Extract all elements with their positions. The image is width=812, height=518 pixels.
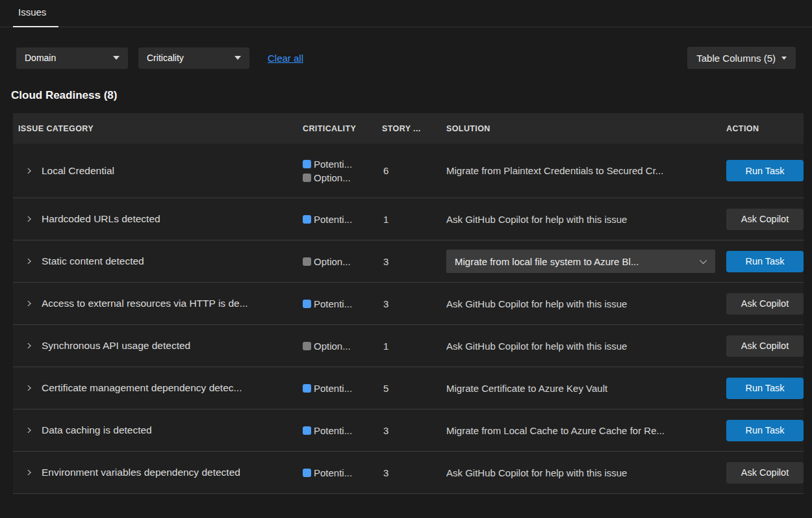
criticality-square-icon: [303, 257, 311, 266]
ask-copilot-button[interactable]: Ask Copilot: [726, 209, 804, 230]
table-columns-dropdown[interactable]: Table Columns (5): [687, 47, 796, 69]
criticality-label: Option...: [314, 341, 351, 352]
criticality-badge: Potenti...: [303, 298, 382, 309]
table-row: Data caching is detectedPotenti...3Migra…: [13, 409, 804, 452]
tab-issues[interactable]: Issues: [18, 6, 46, 18]
criticality-badge: Potenti...: [303, 425, 382, 436]
expand-chevron-icon[interactable]: [23, 385, 31, 391]
story-points-cell: 1: [382, 214, 446, 225]
expand-cell: [13, 428, 42, 433]
expand-chevron-icon[interactable]: [23, 470, 31, 475]
solution-text: Ask GitHub Copilot for help with this is…: [446, 341, 627, 352]
criticality-square-icon: [303, 174, 311, 182]
solution-select-value: Migrate from local file system to Azure …: [455, 256, 639, 267]
criticality-label: Potenti...: [314, 383, 352, 394]
run-task-button[interactable]: Run Task: [726, 160, 804, 181]
criticality-label: Option...: [314, 256, 351, 267]
solution-cell: Ask GitHub Copilot for help with this is…: [446, 341, 726, 352]
solution-text: Ask GitHub Copilot for help with this is…: [446, 467, 627, 478]
issues-table: ISSUE CATEGORY CRITICALITY STORY ... SOL…: [13, 113, 804, 494]
criticality-square-icon: [303, 215, 311, 224]
issue-category-cell: Environment variables dependency detecte…: [42, 467, 303, 478]
table-row: Access to external resources via HTTP is…: [13, 283, 804, 325]
run-task-button[interactable]: Run Task: [726, 251, 804, 272]
domain-filter-dropdown[interactable]: Domain: [16, 47, 128, 69]
expand-chevron-icon[interactable]: [23, 259, 31, 264]
ask-copilot-button[interactable]: Ask Copilot: [726, 335, 804, 357]
solution-text: Migrate from Local Cache to Azure Cache …: [446, 425, 665, 436]
action-cell: Ask Copilot: [726, 209, 804, 230]
issue-category-cell: Local Credential: [42, 165, 303, 177]
criticality-filter-dropdown[interactable]: Criticality: [138, 47, 249, 69]
criticality-cell: Potenti...: [303, 425, 382, 436]
criticality-square-icon: [303, 384, 311, 393]
action-cell: Run Task: [726, 420, 804, 441]
expand-chevron-icon[interactable]: [23, 216, 31, 222]
criticality-square-icon: [303, 469, 311, 477]
solution-text: Ask GitHub Copilot for help with this is…: [446, 214, 627, 225]
expand-chevron-icon[interactable]: [23, 428, 31, 433]
criticality-cell: Potenti...: [303, 214, 382, 225]
run-task-button[interactable]: Run Task: [726, 420, 804, 441]
action-cell: Ask Copilot: [726, 335, 804, 357]
criticality-cell: Potenti...: [303, 298, 382, 309]
criticality-badge: Option...: [303, 172, 382, 183]
section-title: Cloud Readiness (8): [11, 89, 812, 102]
story-points-cell: 3: [382, 298, 446, 309]
expand-cell: [13, 470, 42, 475]
solution-cell: Ask GitHub Copilot for help with this is…: [446, 467, 726, 478]
run-task-button[interactable]: Run Task: [726, 378, 804, 399]
criticality-badge: Option...: [303, 341, 382, 352]
ask-copilot-button[interactable]: Ask Copilot: [726, 462, 804, 484]
expand-chevron-icon[interactable]: [23, 168, 31, 174]
criticality-label: Option...: [314, 172, 351, 183]
criticality-cell: Option...: [303, 341, 382, 352]
table-row: Local CredentialPotenti...Option...6Migr…: [13, 144, 804, 198]
ask-copilot-button[interactable]: Ask Copilot: [726, 293, 804, 315]
solution-text: Migrate from Plaintext Credentials to Se…: [446, 165, 663, 176]
caret-down-icon: [235, 56, 241, 60]
criticality-cell: Potenti...: [303, 467, 382, 478]
issue-category-cell: Data caching is detected: [42, 424, 303, 436]
criticality-label: Potenti...: [314, 298, 352, 309]
domain-filter-label: Domain: [25, 53, 56, 63]
column-header-criticality: CRITICALITY: [303, 124, 382, 133]
criticality-cell: Potenti...: [303, 383, 382, 394]
action-cell: Ask Copilot: [726, 462, 804, 484]
criticality-badge: Potenti...: [303, 214, 382, 225]
chevron-down-icon: [700, 257, 707, 264]
issue-category-cell: Certificate management dependency detec.…: [42, 382, 303, 394]
expand-chevron-icon[interactable]: [23, 343, 31, 348]
criticality-badge: Option...: [303, 256, 382, 267]
filter-bar: Domain Criticality Clear all Table Colum…: [16, 47, 796, 69]
caret-down-icon: [113, 56, 120, 60]
criticality-badge: Potenti...: [303, 467, 382, 478]
criticality-label: Potenti...: [314, 467, 352, 478]
expand-chevron-icon[interactable]: [23, 301, 31, 306]
column-header-solution: SOLUTION: [446, 124, 726, 133]
solution-cell: Migrate from Local Cache to Azure Cache …: [446, 425, 726, 436]
criticality-cell: Option...: [303, 256, 382, 267]
clear-all-link[interactable]: Clear all: [268, 53, 303, 64]
table-header: ISSUE CATEGORY CRITICALITY STORY ... SOL…: [13, 113, 804, 144]
criticality-square-icon: [303, 160, 311, 168]
solution-cell: Migrate from Plaintext Credentials to Se…: [446, 165, 726, 176]
story-points-cell: 3: [382, 467, 446, 478]
story-points-cell: 3: [382, 425, 446, 436]
table-row: Certificate management dependency detec.…: [13, 367, 804, 409]
expand-cell: [13, 168, 42, 174]
solution-text: Ask GitHub Copilot for help with this is…: [446, 298, 627, 309]
table-body: Local CredentialPotenti...Option...6Migr…: [13, 144, 804, 494]
story-points-cell: 3: [382, 256, 446, 267]
table-row: Hardcoded URLs detectedPotenti...1Ask Gi…: [13, 198, 804, 240]
expand-cell: [13, 216, 42, 222]
solution-cell: Ask GitHub Copilot for help with this is…: [446, 214, 726, 225]
criticality-label: Potenti...: [314, 159, 352, 170]
criticality-filter-label: Criticality: [147, 53, 184, 63]
story-points-cell: 5: [382, 383, 446, 394]
criticality-square-icon: [303, 300, 311, 308]
solution-cell: Ask GitHub Copilot for help with this is…: [446, 298, 726, 309]
action-cell: Ask Copilot: [726, 293, 804, 315]
solution-select[interactable]: Migrate from local file system to Azure …: [446, 250, 715, 273]
solution-cell: Migrate from local file system to Azure …: [446, 250, 726, 273]
